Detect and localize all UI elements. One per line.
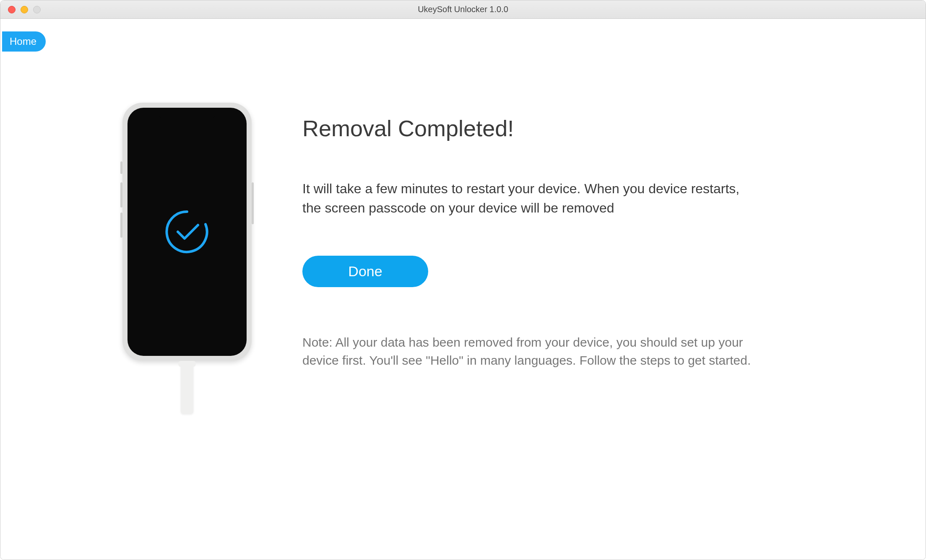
window-title: UkeySoft Unlocker 1.0.0: [418, 5, 508, 14]
done-button[interactable]: Done: [302, 256, 428, 287]
phone-volume-down-graphic: [120, 213, 122, 238]
text-column: Removal Completed! It will take a few mi…: [302, 103, 900, 414]
phone-mute-switch-graphic: [120, 161, 122, 174]
phone-notch-graphic: [158, 108, 216, 119]
content-area: Home: [0, 19, 926, 560]
cable-connector-graphic: [178, 361, 196, 367]
maximize-window-button: [33, 6, 41, 13]
minimize-window-button[interactable]: [21, 6, 28, 13]
phone-volume-up-graphic: [120, 182, 122, 207]
phone-frame: [122, 103, 252, 361]
home-button-label: Home: [10, 36, 36, 47]
check-circle-progress-icon: [162, 207, 212, 257]
note-text: Note: All your data has been removed fro…: [302, 333, 780, 370]
phone-power-button-graphic: [252, 182, 254, 224]
phone-screen: [127, 108, 247, 356]
window-controls: [0, 6, 41, 13]
done-button-label: Done: [348, 263, 382, 279]
close-window-button[interactable]: [8, 6, 16, 13]
description-text: It will take a few minutes to restart yo…: [302, 179, 747, 218]
main-content: Removal Completed! It will take a few mi…: [0, 19, 926, 414]
cable-graphic: [181, 363, 193, 414]
home-button[interactable]: Home: [2, 31, 46, 52]
titlebar[interactable]: UkeySoft Unlocker 1.0.0: [0, 0, 926, 19]
device-illustration: [122, 103, 252, 414]
page-heading: Removal Completed!: [302, 115, 900, 141]
app-window: UkeySoft Unlocker 1.0.0 Home: [0, 0, 926, 560]
